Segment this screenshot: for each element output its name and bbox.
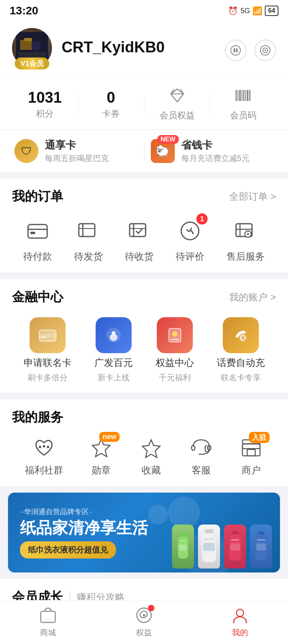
nav-label-rights: 权益 [136,627,152,638]
order-label-aftersale: 售后服务 [226,250,265,263]
shengqian-icon: 🐑 NEW [151,139,175,163]
services-title: 我的服务 [12,409,63,426]
services-grid: 福利社群 new 勋章 收藏 [12,436,276,477]
order-pending-receive[interactable]: 待收货 [125,217,154,263]
nav-shop[interactable]: 商城 [39,606,57,638]
service-merchant[interactable]: 入驻 商户 [239,436,263,477]
svg-rect-19 [243,90,244,101]
order-label-review: 待评价 [176,250,204,263]
nav-mine[interactable]: 我的 [231,606,249,638]
profile-info: CRT_KyidKB0 [62,39,215,58]
finance-icon-gf [96,317,132,353]
finance-section: 金融中心 我的账户 > 申请联名卡 刷卡多倍分 [0,279,288,393]
svg-rect-22 [249,90,250,101]
svg-rect-15 [236,90,237,101]
svg-point-5 [231,46,240,55]
stat-points[interactable]: 1031 积分 [12,89,78,120]
order-pending-review[interactable]: 1 待评价 [176,217,204,263]
avatar-wrapper[interactable]: V1会员 [12,28,52,68]
alarm-icon: ⏰ [228,6,238,16]
points-value: 1031 [12,89,78,106]
svg-rect-59 [242,444,260,449]
svg-rect-25 [30,232,35,234]
finance-grid: 申请联名卡 刷卡多倍分 广发百元 新卡上线 [12,317,276,383]
finance-sub-phone: 联名卡专享 [221,372,261,383]
svg-rect-69 [203,543,215,551]
svg-text:充: 充 [240,336,245,340]
battery-icon: 64 [265,6,278,16]
service-label-welfare: 福利社群 [25,464,63,477]
finance-sub-rights: 千元福利 [159,372,191,383]
finance-item-gf[interactable]: 广发百元 新卡上线 [94,317,133,383]
svg-rect-21 [247,90,248,101]
product-3 [224,525,246,568]
nav-rights[interactable]: 权益 [135,606,153,638]
stat-membercode[interactable]: 会员码 [210,87,276,121]
order-after-sale[interactable]: 售后服务 [226,217,265,263]
product-4 [250,525,272,568]
benefits-label: 会员权益 [160,109,195,121]
services-section: 我的服务 福利社群 new [0,399,288,486]
banner-title: 纸品家清净享生活 [20,519,148,537]
service-favorites[interactable]: 收藏 [139,436,163,477]
svg-point-44 [112,331,116,335]
svg-rect-7 [236,48,238,52]
svg-point-80 [143,614,145,616]
service-welfare[interactable]: 福利社群 [25,436,63,477]
stats-section: 1031 积分 0 卡券 会员权益 [0,78,288,129]
promo-shengqian[interactable]: 🐑 NEW 省钱卡 每月充话费立减5元 [144,138,280,164]
points-label: 积分 [12,108,78,120]
service-medal[interactable]: new 勋章 [89,436,113,477]
finance-account-link[interactable]: 我的账户 > [229,291,276,304]
order-label-ship: 待发货 [74,250,103,263]
svg-rect-73 [230,543,240,551]
banner-image[interactable]: ··华润通自营品牌专区·· 纸品家清净享生活 纸巾洗衣液积分超值兑 [8,493,280,572]
order-pending-payment[interactable]: 待付款 [23,217,52,263]
svg-rect-6 [234,48,235,52]
promo-tongxiang[interactable]: 🛡 通享卡 每周五折喝星巴克 [8,138,144,164]
svg-rect-66 [205,529,213,533]
pause-button[interactable] [225,40,246,61]
shengqian-sub: 每月充话费立减5元 [181,153,250,164]
svg-rect-23 [28,225,47,238]
svg-rect-42 [41,336,46,338]
orders-grid: 待付款 待发货 [12,217,276,263]
finance-item-card[interactable]: 申请联名卡 刷卡多倍分 [24,317,72,383]
stat-coupons[interactable]: 0 卡券 [78,89,144,120]
banner-section[interactable]: ··华润通自营品牌专区·· 纸品家清净享生活 纸巾洗衣液积分超值兑 [0,493,288,572]
finance-icon-card [30,317,66,353]
shengqian-title: 省钱卡 [181,138,250,152]
svg-point-52 [43,445,45,447]
finance-item-rights[interactable]: 权益中心 千元福利 [156,317,194,383]
svg-point-47 [172,331,178,337]
svg-point-53 [47,446,49,448]
banner-content: ··华润通自营品牌专区·· 纸品家清净享生活 纸巾洗衣液积分超值兑 [20,507,148,559]
banner-tag: ··华润通自营品牌专区·· [20,507,148,517]
merchant-enter-badge: 入驻 [249,432,270,443]
finance-item-phone[interactable]: 充 话费自动充 联名卡专享 [217,317,265,383]
wifi-icon: 📶 [252,6,262,16]
orders-title: 我的订单 [12,188,63,205]
signal-icon: 5G [240,7,250,15]
finance-name-gf: 广发百元 [94,356,133,369]
all-orders-link[interactable]: 全部订单 > [229,190,276,203]
finance-sub-gf: 新卡上线 [98,372,130,383]
profile-section: V1会员 CRT_KyidKB0 [0,20,288,78]
svg-rect-20 [245,90,246,101]
svg-rect-64 [180,541,186,541]
stat-benefits[interactable]: 会员权益 [144,87,210,121]
finance-sub-card: 刷卡多倍分 [28,372,68,383]
order-pending-ship[interactable]: 待发货 [74,217,103,263]
finance-icon-phone: 充 [223,317,259,353]
profile-actions [225,40,276,61]
review-badge: 1 [196,213,208,225]
service-customer[interactable]: 客服 [189,436,213,477]
rights-dot [148,605,154,611]
target-button[interactable] [254,40,276,61]
finance-title: 金融中心 [12,288,63,306]
banner-btn[interactable]: 纸巾洗衣液积分超值兑 [20,541,116,559]
status-icons: ⏰ 5G 📶 64 [228,6,278,16]
svg-rect-48 [171,339,179,340]
svg-rect-78 [41,611,55,622]
finance-icon-rights [157,317,193,353]
